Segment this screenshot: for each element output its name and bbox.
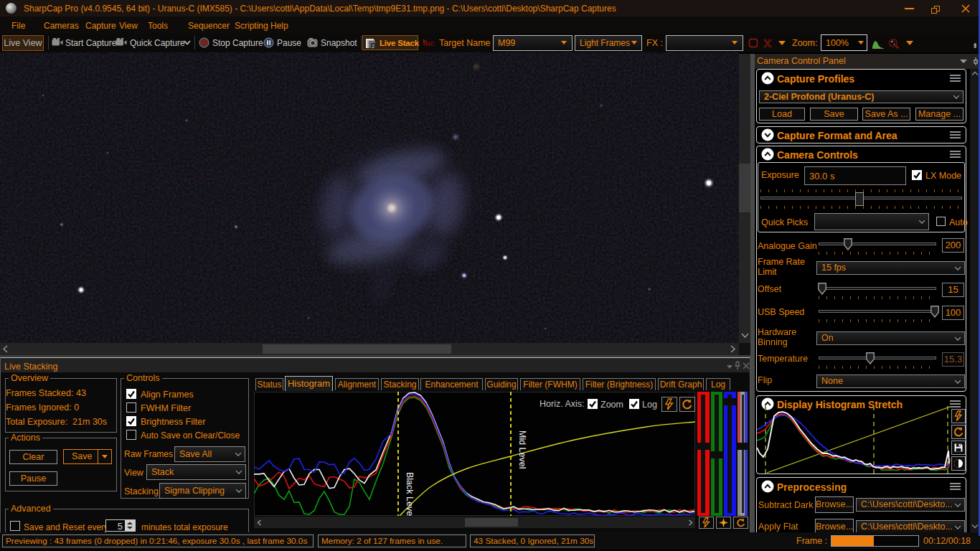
svg-text:NC: NC: [425, 40, 434, 47]
svg-text:Black Level: Black Level: [405, 472, 415, 516]
svg-text:2: 2: [372, 44, 374, 49]
svg-text:Mid Level: Mid Level: [517, 430, 527, 469]
